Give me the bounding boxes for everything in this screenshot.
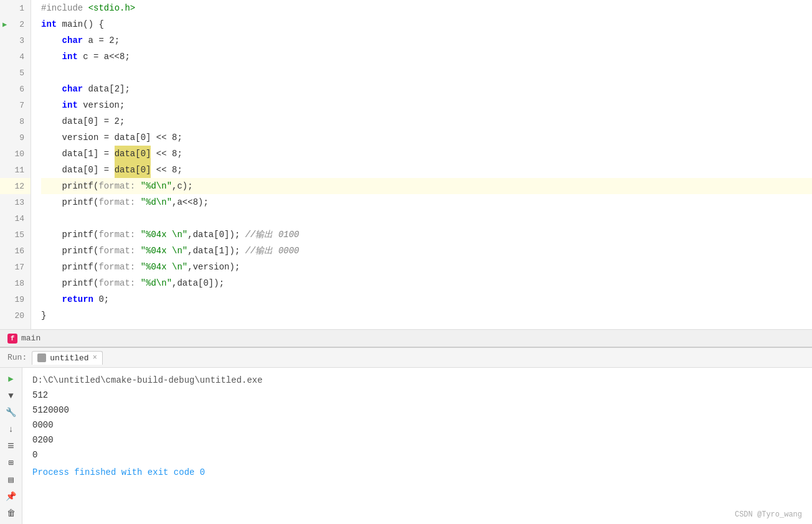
code-lines[interactable]: #include <stdio.h>int main() { char a = … [31, 0, 812, 329]
filter-button[interactable]: ≡ [4, 439, 19, 453]
line-number: ▶2 [0, 16, 31, 32]
output-value-3: 0000 [32, 418, 802, 433]
code-line: int main() { [41, 16, 812, 32]
code-line: printf(format: "%d\n",a<<8); [41, 194, 812, 210]
run-panel-header: Run: untitled × [0, 348, 812, 368]
line-number: 19 [0, 291, 31, 307]
line-number: 6 [0, 81, 31, 97]
line-number: 14 [0, 210, 31, 227]
line-number: 16 [0, 243, 31, 259]
output-value-5: 0 [32, 447, 802, 462]
run-tab-file-icon [37, 353, 46, 362]
code-line: data[1] = data[0] << 8; [41, 146, 812, 162]
output-value-2: 5120000 [32, 403, 802, 418]
settings-button[interactable]: ⊞ [4, 456, 19, 470]
code-line: char a = 2; [41, 32, 812, 49]
code-line: char data[2]; [41, 81, 812, 97]
pin-button[interactable]: 📌 [4, 489, 19, 503]
code-line: data[0] = 2; [41, 113, 812, 129]
line-number: 1 [0, 0, 31, 16]
line-number: 18 [0, 275, 31, 291]
code-line: data[0] = data[0] << 8; [41, 162, 812, 178]
layout-button[interactable]: ▤ [4, 472, 19, 487]
play-button[interactable]: ▶ [4, 372, 19, 386]
code-line: printf(format: "%04x \n",data[0]); //输出 … [41, 227, 812, 243]
rerun-button[interactable]: 🔧 [4, 405, 19, 419]
tab-close-button[interactable]: × [93, 353, 97, 362]
code-line: printf(format: "%d\n",data[0]); [41, 275, 812, 291]
run-output: D:\C\untitled\cmake-build-debug\untitled… [22, 368, 812, 524]
line-number: 7 [0, 97, 31, 113]
code-line [41, 210, 812, 227]
line-number: 20 [0, 307, 31, 324]
code-line: printf(format: "%04x \n",version); [41, 259, 812, 275]
code-line: #include <stdio.h> [41, 0, 812, 16]
watermark: CSDN @Tyro_wang [735, 510, 802, 519]
line-number: 17 [0, 259, 31, 275]
line-number: 3 [0, 32, 31, 49]
run-panel-body: ▶ ▼ 🔧 ↓ ≡ ⊞ ▤ 📌 🗑 D:\C\untitled\cmake-bu… [0, 368, 812, 524]
code-line: printf(format: "%04x \n",data[1]); //输出 … [41, 243, 812, 259]
line-number: 4 [0, 49, 31, 65]
stop-button[interactable]: ▼ [4, 388, 19, 403]
line-number: 11 [0, 162, 31, 178]
scroll-down-button[interactable]: ↓ [4, 422, 19, 436]
breadcrumb-icon: f [7, 334, 17, 344]
line-number: 8 [0, 113, 31, 129]
breadcrumb-bar: f main [0, 329, 812, 347]
line-numbers: 1▶234567891011121314151617181920 [0, 0, 31, 329]
run-label: Run: [7, 353, 27, 362]
code-line: } [41, 307, 812, 324]
line-number: 10 [0, 146, 31, 162]
code-line: int version; [41, 97, 812, 113]
breadcrumb-label: main [21, 334, 40, 343]
output-value-1: 512 [32, 388, 802, 403]
line-number: 15 [0, 227, 31, 243]
code-line: return 0; [41, 291, 812, 307]
line-number: 9 [0, 129, 31, 146]
code-line: version = data[0] << 8; [41, 129, 812, 146]
line-number: 12 [0, 178, 31, 194]
output-path: D:\C\untitled\cmake-build-debug\untitled… [32, 373, 802, 388]
editor-area: 1▶234567891011121314151617181920 #includ… [0, 0, 812, 347]
output-value-4: 0200 [32, 433, 802, 447]
line-number: 5 [0, 65, 31, 81]
run-tab[interactable]: untitled × [32, 351, 103, 365]
run-sidebar: ▶ ▼ 🔧 ↓ ≡ ⊞ ▤ 📌 🗑 [0, 368, 22, 524]
line-number: 13 [0, 194, 31, 210]
run-tab-name: untitled [50, 353, 88, 363]
output-finish-msg: Process finished with exit code 0 [32, 465, 802, 480]
code-line: printf(format: "%d\n",c); [41, 178, 812, 194]
code-line [41, 65, 812, 81]
code-line: int c = a<<8; [41, 49, 812, 65]
trash-button[interactable]: 🗑 [4, 506, 19, 520]
run-panel: Run: untitled × ▶ ▼ 🔧 ↓ ≡ ⊞ ▤ 📌 🗑 D:\C\u… [0, 347, 812, 524]
code-container: 1▶234567891011121314151617181920 #includ… [0, 0, 812, 329]
